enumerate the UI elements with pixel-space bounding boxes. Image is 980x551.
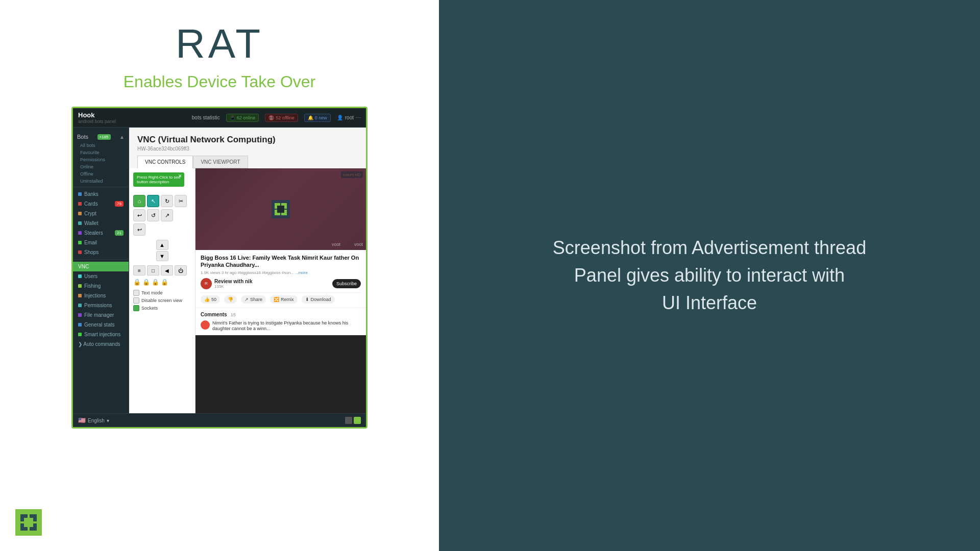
share-button[interactable]: ↗ Share [241, 295, 266, 304]
hook-topbar: Hook android bots panel bots statistic 📱… [73, 108, 366, 128]
right-panel: Screenshot from Advertisement thread Pan… [439, 0, 980, 551]
channel-row: R Review with nik 135K Subscribe [201, 278, 361, 289]
subtitle: Enables Device Take Over [124, 72, 315, 91]
hook-content: VNC (Virtual Network Computing) HW-36ace… [129, 128, 366, 413]
voot-badge1: voot [332, 242, 340, 247]
email-dot [78, 241, 82, 244]
ctrl-back[interactable]: ↩ [133, 209, 145, 221]
sidebar-item-filemanager[interactable]: File manager [73, 310, 129, 320]
lang-select[interactable]: 🇺🇸 English ▾ [78, 417, 109, 424]
sidebar-permissions[interactable]: Permissions [73, 156, 129, 163]
tab-vnc-viewport[interactable]: VNC VIEWPORT [193, 156, 248, 168]
checkbox-sockets[interactable]: Sockets [133, 305, 191, 311]
nav-up-btn[interactable]: ▲ [156, 240, 168, 250]
shops-dot [78, 251, 82, 254]
ctrl-prev[interactable]: ◀ [161, 265, 173, 276]
page-title: RAT [176, 20, 263, 67]
stealers-dot [78, 231, 82, 235]
ctrl-refresh[interactable]: ↺ [147, 209, 159, 221]
comment-item: Nimrit's Father is trying to instigate P… [201, 320, 361, 332]
control-row-1: ⌂ ↖ ↻ ✂ [133, 195, 191, 207]
control-row-2: ↩ ↺ ↗ [133, 209, 191, 221]
channel-info: R Review with nik 135K [201, 278, 252, 289]
ctrl-menu[interactable]: ≡ [133, 265, 145, 276]
fishing-dot [78, 284, 82, 288]
crypt-dot [78, 212, 82, 215]
sidebar-item-wallet[interactable]: Wallet [73, 218, 129, 228]
checkbox-screenview[interactable]: Disable screen view [133, 297, 191, 304]
bottom-logo [15, 509, 42, 536]
video-meta: 1.9K views 3 hr ago #biggboss16 #biggbos… [201, 270, 361, 275]
ctrl-square[interactable]: □ [147, 265, 159, 276]
chk-textmode[interactable] [133, 290, 139, 296]
sidebar-item-shops[interactable]: Shops [73, 247, 129, 257]
ctrl-rotate[interactable]: ↻ [161, 195, 173, 207]
video-title: Bigg Boss 16 Live: Family Week Task Nimr… [201, 254, 361, 269]
tab-vnc-controls[interactable]: VNC CONTROLS [137, 156, 193, 168]
vnc-title: VNC (Virtual Network Computing) [137, 135, 358, 145]
hook-sidebar: Bots +185 ▲ All bots Favourite Permissio… [73, 128, 129, 413]
sidebar-item-email[interactable]: Email [73, 238, 129, 247]
sidebar-offline[interactable]: Offline [73, 170, 129, 178]
ctrl-scissors[interactable]: ✂ [175, 195, 187, 207]
users-dot [78, 274, 82, 278]
voot-badge2: voot [354, 242, 363, 247]
download-button[interactable]: ⬇ Download [302, 295, 335, 304]
sidebar-item-vnc[interactable]: VNC [73, 262, 129, 271]
checkboxes: Text mode Disable screen view Sockets [133, 290, 191, 311]
chk-sockets[interactable] [133, 305, 139, 311]
nav-down: ▼ [133, 251, 191, 261]
nav-up: ▲ [133, 240, 191, 250]
checkbox-textmode[interactable]: Text mode [133, 290, 191, 296]
sidebar-item-cards[interactable]: Cards 79 [73, 199, 129, 209]
sidebar-uninstalled[interactable]: Uninstalled [73, 178, 129, 185]
right-text: Screenshot from Advertisement thread Pan… [480, 234, 939, 317]
vnc-header: VNC (Virtual Network Computing) HW-36ace… [129, 128, 366, 156]
ctrl-home[interactable]: ⌂ [133, 195, 145, 207]
chk-screenview[interactable] [133, 297, 139, 304]
sidebar-item-autocommands[interactable]: ❯ Auto commands [73, 339, 129, 349]
user-area: 👤 root ⋯ [337, 115, 361, 120]
bottom-controls: ≡ □ ◀ ⏻ [133, 265, 191, 276]
loading-logo [272, 200, 290, 218]
nav-down-btn[interactable]: ▼ [156, 251, 168, 261]
injections-dot [78, 294, 82, 297]
comments-count: 15 [231, 312, 236, 317]
permissions-dot [78, 304, 82, 307]
banks-dot [78, 192, 82, 196]
sidebar-item-permissions[interactable]: Permissions [73, 300, 129, 310]
ctrl-power[interactable]: ⏻ [175, 265, 187, 276]
sidebar-item-banks[interactable]: Banks [73, 189, 129, 199]
sidebar-allbots[interactable]: All bots [73, 142, 129, 149]
control-row-3: ↩ [133, 223, 191, 236]
ctrl-swipe[interactable]: ↗ [161, 209, 173, 221]
remix-button[interactable]: 🔀 Remix [270, 295, 298, 304]
wallet-dot [78, 221, 82, 225]
vnc-viewport: colors HD [195, 168, 366, 413]
sidebar-item-generalstats[interactable]: General stats [73, 320, 129, 330]
subscribe-button[interactable]: Subscribe [332, 279, 361, 288]
sidebar-item-crypt[interactable]: Crypt [73, 209, 129, 218]
comment-avatar [201, 320, 210, 330]
lang-label: English [88, 418, 105, 423]
filemanager-dot [78, 313, 82, 317]
lang-chevron: ▾ [107, 418, 109, 423]
sidebar-item-fishing[interactable]: Fishing [73, 281, 129, 291]
sidebar-online[interactable]: Online [73, 163, 129, 170]
sidebar-item-users[interactable]: Users [73, 271, 129, 281]
sidebar-item-stealers[interactable]: Stealers 21 [73, 228, 129, 238]
action-row: 👍 50 👎 ↗ Share 🔀 Remix ⬇ Download [201, 292, 361, 304]
tooltip-close[interactable]: ✕ [178, 173, 182, 179]
svg-rect-9 [24, 518, 33, 527]
sidebar-item-injections[interactable]: Injections [73, 291, 129, 300]
screenshot-container: Hook android bots panel bots statistic 📱… [71, 107, 368, 429]
vnc-controls-panel: Press Right-Click to see button descript… [129, 168, 195, 413]
ctrl-cursor[interactable]: ↖ [147, 195, 159, 207]
like-button[interactable]: 👍 50 [201, 295, 220, 304]
sidebar-item-smartinjections[interactable]: Smart injections [73, 330, 129, 339]
ctrl-extra[interactable]: ↩ [133, 223, 145, 236]
sidebar-favourite[interactable]: Favourite [73, 149, 129, 156]
svg-rect-4 [277, 206, 284, 213]
dislike-button[interactable]: 👎 [224, 295, 237, 304]
theme-toggle[interactable] [345, 417, 361, 424]
